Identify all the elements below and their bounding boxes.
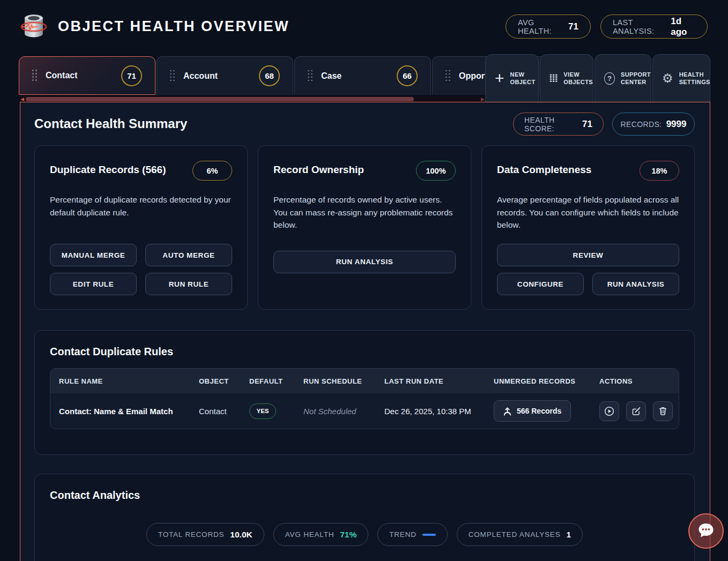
duplicate-percent-badge: 6%	[192, 161, 232, 181]
unmerged-records-count: 566 Records	[517, 407, 561, 415]
col-run-schedule: RUN SCHEDULE	[295, 377, 376, 385]
tab-score-badge: 71	[121, 65, 142, 86]
review-button[interactable]: REVIEW	[497, 244, 679, 266]
delete-rule-action-button[interactable]	[653, 401, 673, 421]
card-description: Average percentage of fields populated a…	[497, 193, 679, 231]
trash-icon	[658, 406, 667, 416]
analytics-heading: Contact Analytics	[50, 489, 679, 502]
run-analysis-button[interactable]: RUN ANALYSIS	[592, 273, 679, 295]
grid-icon	[549, 72, 558, 84]
trend-label: TREND	[389, 530, 417, 538]
chat-support-button[interactable]	[688, 513, 724, 549]
manual-merge-button[interactable]: MANUAL MERGE	[50, 244, 137, 266]
card-title: Record Ownership	[273, 161, 364, 176]
avg-health-stat-label: AVG HEALTH	[285, 530, 335, 538]
view-objects-button[interactable]: VIEW OBJECTS	[540, 54, 593, 102]
card-description: Percentage of records owned by active us…	[273, 193, 456, 231]
configure-button[interactable]: CONFIGURE	[497, 273, 584, 295]
new-object-label: NEW OBJECT	[510, 71, 538, 86]
duplicate-rules-card: Contact Duplicate Rules RULE NAME OBJECT…	[34, 330, 695, 455]
contact-analytics-card: Contact Analytics TOTAL RECORDS 10.0K AV…	[34, 474, 695, 561]
default-yes-badge: YES	[249, 403, 276, 419]
rule-name-cell: Contact: Name & Email Match	[50, 407, 190, 416]
gear-icon: ⚙	[662, 72, 673, 85]
col-last-run-date: LAST RUN DATE	[376, 377, 485, 385]
page-title: OBJECT HEALTH OVERVIEW	[58, 18, 289, 35]
table-row: Contact: Name & Email Match Contact YES …	[50, 393, 679, 429]
edit-rule-action-button[interactable]	[626, 401, 646, 421]
chat-bubble-icon	[697, 522, 715, 540]
rules-heading: Contact Duplicate Rules	[50, 346, 679, 358]
duplicate-records-card: Duplicate Records (566) 6% Percentage of…	[34, 145, 248, 310]
run-rule-button[interactable]: RUN RULE	[145, 273, 232, 295]
health-score-label: HEALTH SCORE:	[524, 116, 578, 133]
object-health-overview-app: OBJECT HEALTH OVERVIEW AVG HEALTH: 71 LA…	[0, 0, 728, 561]
tab-contact[interactable]: Contact 71	[19, 56, 155, 95]
last-analysis-value: 1d ago	[671, 16, 695, 38]
summary-heading: Contact Health Summary	[34, 116, 187, 131]
trend-line-icon	[422, 534, 436, 536]
drag-handle-icon[interactable]	[32, 70, 38, 81]
records-badge: RECORDS: 9999	[612, 113, 695, 136]
avg-health-badge: AVG HEALTH: 71	[506, 14, 591, 39]
tab-label: Contact	[46, 71, 78, 80]
avg-health-stat: AVG HEALTH 71%	[273, 523, 369, 546]
col-unmerged-records: UNMERGED RECORDS	[485, 377, 591, 385]
support-center-label: SUPPORT CENTER	[621, 71, 651, 86]
completed-analyses-value: 1	[566, 530, 571, 540]
unmerged-records-button[interactable]: 566 Records	[494, 400, 571, 422]
col-default: DEFAULT	[241, 377, 295, 385]
health-score-value: 71	[582, 119, 592, 130]
health-settings-button[interactable]: ⚙ HEALTH SETTINGS	[652, 54, 710, 102]
drag-handle-icon[interactable]	[445, 70, 451, 82]
col-object: OBJECT	[190, 377, 241, 385]
new-object-button[interactable]: + NEW OBJECT	[485, 54, 539, 102]
total-records-stat: TOTAL RECORDS 10.0K	[146, 523, 264, 546]
drag-handle-icon[interactable]	[170, 70, 175, 82]
auto-merge-button[interactable]: AUTO MERGE	[145, 244, 232, 266]
card-title: Duplicate Records (566)	[50, 161, 166, 176]
records-label: RECORDS:	[621, 120, 662, 129]
tab-account[interactable]: Account 68	[157, 56, 293, 95]
last-run-date-cell: Dec 26, 2025, 10:38 PM	[376, 407, 485, 416]
last-analysis-badge: LAST ANALYSIS: 1d ago	[600, 14, 708, 39]
completed-analyses-label: COMPLETED ANALYSES	[469, 530, 561, 538]
tab-label: Case	[321, 71, 341, 81]
tab-case[interactable]: Case 66	[294, 56, 431, 95]
scrollbar-thumb[interactable]	[26, 97, 414, 101]
card-description: Percentage of duplicate records detected…	[50, 193, 232, 219]
health-settings-label: HEALTH SETTINGS	[679, 71, 710, 86]
tab-score-badge: 66	[397, 65, 418, 86]
drag-handle-icon[interactable]	[308, 70, 313, 82]
total-records-value: 10.0K	[230, 530, 252, 540]
merge-icon	[503, 407, 511, 416]
health-score-badge: HEALTH SCORE: 71	[513, 113, 604, 136]
trend-stat: TREND	[377, 523, 448, 546]
question-icon: ?	[604, 72, 615, 85]
card-title: Data Completeness	[497, 161, 591, 176]
contact-tab-panel: Contact Health Summary HEALTH SCORE: 71 …	[20, 102, 710, 561]
edit-icon	[632, 406, 641, 416]
total-records-label: TOTAL RECORDS	[158, 530, 224, 538]
table-header-row: RULE NAME OBJECT DEFAULT RUN SCHEDULE LA…	[50, 369, 679, 393]
record-ownership-card: Record Ownership 100% Percentage of reco…	[258, 145, 471, 310]
app-logo-database-pulse-icon	[18, 10, 50, 43]
run-rule-action-button[interactable]	[599, 401, 619, 421]
col-rule-name: RULE NAME	[50, 377, 190, 385]
avg-health-value: 71	[568, 21, 578, 32]
last-analysis-label: LAST ANALYSIS:	[613, 18, 666, 35]
completeness-percent-badge: 18%	[640, 161, 679, 181]
completed-analyses-stat: COMPLETED ANALYSES 1	[457, 523, 583, 546]
tab-score-badge: 68	[259, 65, 280, 86]
ownership-percent-badge: 100%	[416, 161, 456, 181]
rules-table: RULE NAME OBJECT DEFAULT RUN SCHEDULE LA…	[50, 368, 679, 429]
run-analysis-button[interactable]: RUN ANALYSIS	[273, 251, 456, 273]
edit-rule-button[interactable]: EDIT RULE	[50, 273, 137, 295]
play-icon	[604, 406, 614, 416]
tab-label: Account	[183, 71, 218, 81]
data-completeness-card: Data Completeness 18% Average percentage…	[481, 145, 695, 310]
plus-icon: +	[495, 73, 504, 84]
support-center-button[interactable]: ? SUPPORT CENTER	[595, 54, 651, 102]
object-cell: Contact	[190, 407, 241, 416]
records-value: 9999	[666, 119, 687, 130]
